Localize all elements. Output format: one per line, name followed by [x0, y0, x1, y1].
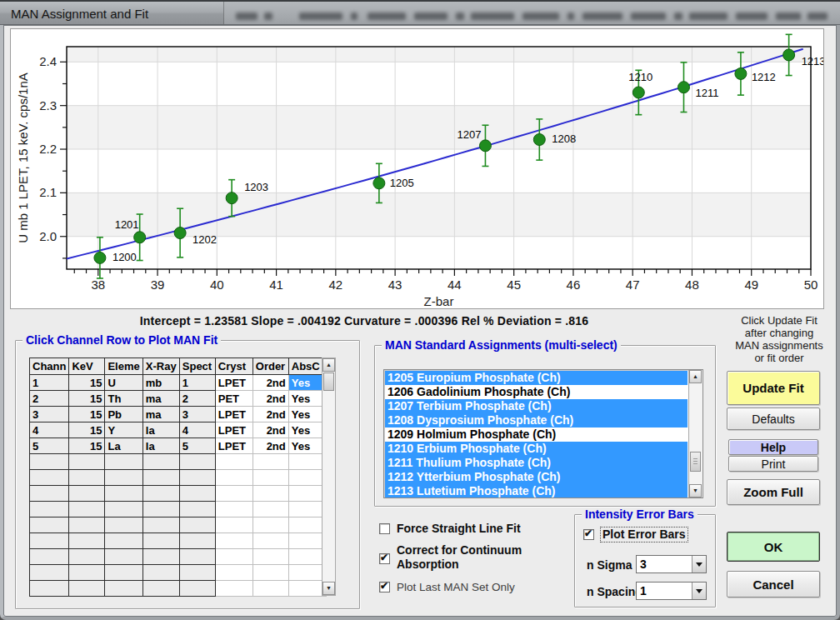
- channel-table-scrollbar[interactable]: ▲ ▼: [322, 358, 336, 596]
- man-standards-listbox[interactable]: 1205 Europium Phosphate (Ch)1206 Gadolin…: [383, 369, 703, 498]
- table-cell[interactable]: 2nd: [252, 438, 288, 454]
- scroll-up-icon[interactable]: ▲: [689, 370, 702, 383]
- empty-row[interactable]: [30, 533, 327, 549]
- channel-row[interactable]: 515Lala5LPET2ndYes: [30, 438, 327, 454]
- table-cell[interactable]: LPET: [215, 438, 252, 454]
- scroll-down-icon[interactable]: ▼: [322, 582, 335, 595]
- scroll-up-icon[interactable]: ▲: [322, 358, 335, 372]
- correct-continuum-checkbox[interactable]: ✔ Correct for Continuum Absorption: [379, 545, 522, 572]
- defaults-button[interactable]: Defaults: [727, 408, 820, 430]
- man-standard-item[interactable]: 1209 Holmium Phosphate (Ch): [385, 428, 688, 442]
- zoom-full-button[interactable]: Zoom Full: [727, 479, 820, 505]
- man-standard-item[interactable]: 1211 Thulium Phosphate (Ch): [385, 456, 688, 470]
- data-point[interactable]: [783, 49, 795, 61]
- cancel-button[interactable]: Cancel: [727, 571, 820, 598]
- table-cell[interactable]: U: [105, 375, 142, 391]
- table-cell[interactable]: Pb: [105, 407, 142, 422]
- table-cell[interactable]: 15: [69, 407, 105, 422]
- data-point[interactable]: [226, 192, 238, 204]
- table-cell[interactable]: 5: [30, 438, 69, 454]
- table-cell[interactable]: 15: [69, 391, 105, 407]
- table-cell[interactable]: 4: [179, 422, 215, 438]
- n-sigma-select[interactable]: 3: [636, 555, 707, 573]
- table-cell[interactable]: PET: [215, 391, 252, 407]
- empty-row[interactable]: [30, 454, 327, 470]
- table-cell[interactable]: Yes: [288, 422, 326, 438]
- plot-error-bars-checkbox[interactable]: ✔ Plot Error Bars: [583, 529, 688, 542]
- table-cell[interactable]: 2nd: [252, 422, 288, 438]
- man-standard-item[interactable]: 1207 Terbium Phosphate (Ch): [385, 399, 688, 413]
- table-cell[interactable]: 2: [30, 391, 69, 407]
- table-cell[interactable]: 4: [30, 422, 69, 438]
- table-cell[interactable]: 15: [69, 375, 105, 391]
- table-cell[interactable]: Yes: [288, 391, 326, 407]
- man-standard-item[interactable]: 1210 Erbium Phosphate (Ch): [385, 442, 688, 456]
- table-cell[interactable]: LPET: [215, 375, 252, 391]
- channel-row[interactable]: 115Umb1LPET2ndYes: [30, 375, 327, 391]
- table-cell[interactable]: LPET: [215, 407, 252, 422]
- titlebar[interactable]: MAN Assignment and Fit: [0, 0, 840, 25]
- n-spacing-select[interactable]: 1: [636, 582, 707, 600]
- update-fit-button[interactable]: Update Fit: [727, 371, 820, 405]
- channel-row[interactable]: 415Yla4LPET2ndYes: [30, 422, 327, 438]
- data-point[interactable]: [678, 82, 689, 93]
- data-point[interactable]: [174, 228, 186, 239]
- table-cell[interactable]: la: [142, 422, 179, 438]
- force-straight-line-checkbox[interactable]: ✔ Force Straight Line Fit: [379, 523, 521, 536]
- table-cell[interactable]: 2nd: [252, 391, 288, 407]
- help-button[interactable]: Help: [728, 439, 818, 455]
- data-point[interactable]: [533, 134, 545, 146]
- table-cell[interactable]: Th: [105, 391, 142, 407]
- print-button[interactable]: Print: [728, 456, 818, 472]
- scroll-down-icon[interactable]: ▼: [689, 484, 702, 498]
- ok-button[interactable]: OK: [727, 532, 820, 562]
- man-standard-item[interactable]: 1206 Gadolinium Phosphate (Ch): [385, 385, 688, 399]
- table-cell[interactable]: 2: [179, 391, 215, 407]
- empty-row[interactable]: [30, 565, 327, 581]
- data-point[interactable]: [134, 232, 146, 243]
- table-cell[interactable]: 5: [179, 438, 215, 454]
- scrollbar-thumb[interactable]: [323, 372, 334, 391]
- man-standard-item[interactable]: 1213 Lutetium Phosphate (Ch): [385, 484, 688, 498]
- table-cell[interactable]: 2nd: [252, 375, 288, 391]
- data-point[interactable]: [94, 252, 106, 263]
- checkbox-box[interactable]: ✔: [379, 553, 390, 564]
- checkbox-box[interactable]: ✔: [583, 529, 594, 540]
- checkbox-box[interactable]: ✔: [379, 523, 390, 534]
- table-cell[interactable]: mb: [142, 375, 179, 391]
- man-standard-item[interactable]: 1208 Dysprosium Phosphate (Ch): [385, 413, 688, 428]
- channel-row[interactable]: 215Thma2PET2ndYes: [30, 391, 327, 407]
- data-point[interactable]: [735, 68, 747, 79]
- table-cell[interactable]: Yes: [288, 375, 326, 391]
- man-standard-item[interactable]: 1205 Europium Phosphate (Ch): [385, 371, 688, 385]
- table-cell[interactable]: Y: [105, 422, 142, 438]
- channel-row[interactable]: 315Pbma3LPET2ndYes: [30, 407, 327, 422]
- data-point[interactable]: [632, 87, 644, 98]
- plot-last-man-set-checkbox[interactable]: ✔ Plot Last MAN Set Only: [379, 582, 515, 594]
- data-point[interactable]: [373, 178, 385, 189]
- chevron-down-icon[interactable]: [692, 582, 706, 599]
- table-cell[interactable]: ma: [142, 391, 179, 407]
- empty-row[interactable]: [30, 518, 327, 533]
- table-cell[interactable]: 1: [30, 375, 69, 391]
- table-cell[interactable]: Yes: [288, 438, 326, 454]
- man-fit-chart[interactable]: 383940414243444546474849502.02.12.22.32.…: [10, 28, 824, 309]
- table-cell[interactable]: 1: [179, 375, 215, 391]
- table-cell[interactable]: 15: [69, 422, 105, 438]
- man-list-scrollbar[interactable]: ▲ ▼: [688, 370, 702, 498]
- empty-row[interactable]: [30, 502, 327, 518]
- table-cell[interactable]: LPET: [215, 422, 252, 438]
- chevron-down-icon[interactable]: [692, 556, 706, 572]
- table-cell[interactable]: 2nd: [252, 407, 288, 422]
- table-cell[interactable]: 3: [179, 407, 215, 422]
- table-cell[interactable]: Yes: [288, 407, 326, 422]
- table-cell[interactable]: la: [142, 438, 179, 454]
- checkbox-box[interactable]: ✔: [379, 582, 390, 592]
- man-standard-item[interactable]: 1212 Ytterbium Phosphate (Ch): [385, 470, 688, 484]
- data-point[interactable]: [479, 140, 491, 152]
- empty-row[interactable]: [30, 549, 327, 565]
- table-cell[interactable]: 3: [30, 407, 69, 422]
- empty-row[interactable]: [30, 486, 327, 502]
- empty-row[interactable]: [30, 581, 327, 597]
- table-cell[interactable]: 15: [69, 438, 105, 454]
